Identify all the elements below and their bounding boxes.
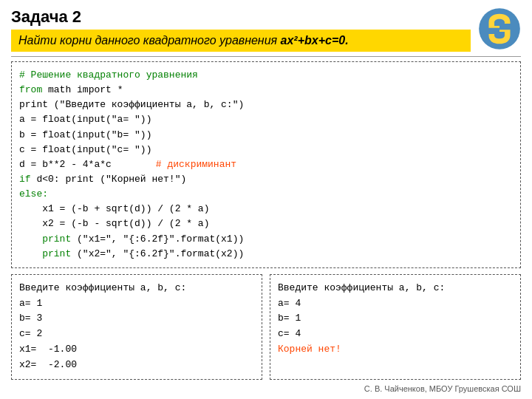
svg-point-1 <box>496 20 498 22</box>
output2-line-3: b= 1 <box>278 311 513 327</box>
python-logo <box>478 7 521 50</box>
output1-line-1: Введите коэффициенты a, b, c: <box>19 281 254 296</box>
title-block: Задача 2 Найти корни данного квадратного… <box>11 7 471 52</box>
header-divider <box>11 56 521 57</box>
output1-line-4: c= 2 <box>19 327 254 342</box>
page: Задача 2 Найти корни данного квадратного… <box>0 0 532 399</box>
code-line-6: c = float(input("c= ")) <box>19 143 513 157</box>
code-line-1: # Решение квадратного уравнения <box>19 68 513 83</box>
output2-line-1: Введите коэффициенты a, b, c: <box>278 281 513 296</box>
code-line-12: print ("x1=", "{:6.2f}".format(x1)) <box>19 232 513 247</box>
task-subtitle: Найти корни данного квадратного уравнени… <box>11 30 471 52</box>
output-block-1: Введите коэффициенты a, b, c: a= 1 b= 3 … <box>11 274 262 380</box>
code-line-5: b = float(input("b= ")) <box>19 128 513 143</box>
code-line-4: a = float(input("a= ")) <box>19 112 513 127</box>
output2-line-2: a= 4 <box>278 296 513 312</box>
output1-line-2: a= 1 <box>19 296 254 312</box>
code-line-9: else: <box>19 187 513 202</box>
subtitle-formula: ax²+bx+c=0. <box>281 34 349 47</box>
code-line-7: d = b**2 - 4*a*c# дискриминант <box>19 157 513 172</box>
output1-line-6: x2= -2.00 <box>19 358 254 373</box>
svg-point-2 <box>501 35 503 37</box>
task-title: Задача 2 <box>11 7 471 27</box>
code-line-10: x1 = (-b + sqrt(d)) / (2 * a) <box>19 202 513 216</box>
code-line-3: print ("Введите коэффициенты a, b, c:") <box>19 98 513 112</box>
output2-line-4: c= 4 <box>278 327 513 342</box>
footer: С. В. Чайченков, МБОУ Грушевская СОШ <box>364 384 521 393</box>
output-block-2: Введите коэффициенты a, b, c: a= 4 b= 1 … <box>270 274 521 380</box>
code-line-2: from math import * <box>19 83 513 98</box>
header: Задача 2 Найти корни данного квадратного… <box>11 7 521 52</box>
output2-line-5: Корней нет! <box>278 342 513 358</box>
code-block: # Решение квадратного уравнения from mat… <box>11 61 521 268</box>
output1-line-3: b= 3 <box>19 311 254 327</box>
output-row: Введите коэффициенты a, b, c: a= 1 b= 3 … <box>11 274 521 380</box>
footer-text: С. В. Чайченков, МБОУ Грушевская СОШ <box>364 384 521 393</box>
code-line-8: if d<0: print ("Корней нет!") <box>19 172 513 187</box>
output1-line-5: x1= -1.00 <box>19 342 254 358</box>
code-line-11: x2 = (-b - sqrt(d)) / (2 * a) <box>19 216 513 231</box>
subtitle-prefix: Найти корни данного квадратного уравнени… <box>18 34 281 47</box>
code-line-13: print ("x2=", "{:6.2f}".format(x2)) <box>19 247 513 262</box>
